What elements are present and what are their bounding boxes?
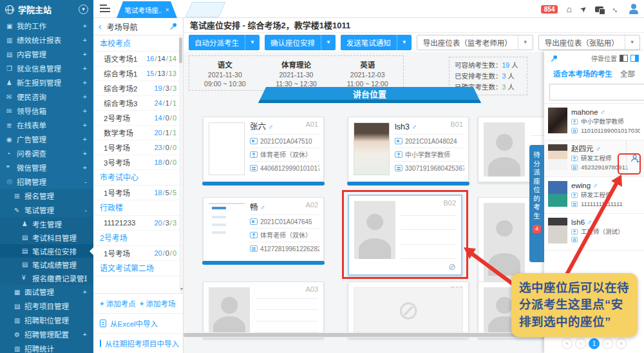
examroom-item[interactable]: 1112123320/3/3 (93, 216, 183, 231)
fullscreen-icon[interactable]: ↔ (610, 3, 621, 15)
male-icon: ♂ (596, 145, 601, 153)
candidate-search-input[interactable] (549, 84, 644, 100)
sidebar-item-survey[interactable]: ◔问卷调查+ (0, 146, 93, 160)
tab-written-exam-room[interactable]: 笔试考场座.. × (117, 1, 177, 18)
candidate-row-lsh6[interactable]: lsh6♂ 工程师（测试） (544, 214, 644, 251)
sidebar-item-candidate-mgmt[interactable]: ♟考生管理 (0, 217, 93, 231)
avatar[interactable] (629, 4, 639, 14)
dropdown-caret-icon[interactable]: ▼ (321, 35, 336, 50)
sidebar-item-signup-mgmt[interactable]: ⊞报名管理 (0, 189, 93, 203)
block-seat-icon[interactable]: ⊘ (448, 262, 456, 272)
sidebar-item-seat-arrangement[interactable]: ▤笔试座位安排 (0, 244, 93, 258)
sidebar-item-payment-records[interactable]: ¥报名缴费记录管理 (0, 271, 93, 285)
add-site-button[interactable]: +添加考点 (100, 298, 136, 309)
tab-all-candidates[interactable]: 全部 (620, 68, 635, 79)
seat-card-b03-blocked[interactable]: B03 ⊘ (348, 281, 469, 338)
page-next-button[interactable]: › (602, 338, 613, 349)
pencil-icon: ✎ (14, 207, 24, 214)
export-seats-invigilator-button[interactable]: 导出座位表（监考老师用）▼ (417, 35, 533, 50)
examroom-item[interactable]: 3号考场18/0/0 (93, 155, 183, 170)
pending-candidates-tab[interactable]: 待分派座位的考生 4 (529, 145, 544, 262)
sidebar-item-online-forms[interactable]: ≣在线表单+ (0, 118, 93, 132)
idcard-icon (395, 165, 402, 171)
stats-icon: ▥ (14, 345, 24, 352)
idcard-icon (571, 165, 578, 171)
sidebar-item-employment-info[interactable]: ❐就业信息管理+ (0, 61, 93, 75)
sidebar-item-recruit-project-mgmt[interactable]: ▤招考项目管理 (0, 299, 93, 313)
import-history-button[interactable]: 从往期招考项目中导入 (93, 334, 183, 353)
home-icon[interactable]: ⌂ (566, 5, 571, 14)
close-icon[interactable]: × (166, 6, 169, 14)
sidebar-item-interview-mgmt[interactable]: ▦面试管理+ (0, 285, 93, 299)
chevron-down-icon[interactable]: ▾ (79, 5, 88, 14)
pin-icon[interactable] (169, 22, 178, 31)
seat-card-b01[interactable]: B01 lsh3♂ 2021C01A048024 中小学数学教师 3307191… (348, 117, 469, 182)
dropdown-caret-icon[interactable]: ▼ (245, 35, 260, 50)
sidebar-item-leader-mailbox[interactable]: ✉领导信箱+ (0, 104, 93, 118)
sidebar-item-ad-mgmt[interactable]: ◉广告管理+ (0, 132, 93, 146)
examroom-item[interactable]: 2号考场14/0/0 (93, 111, 183, 126)
page-prev-button[interactable]: ‹ (575, 338, 586, 349)
sidebar-item-performance-reports[interactable]: ▥绩效统计报表+ (0, 33, 93, 47)
dock-right-icon[interactable] (630, 55, 639, 62)
export-seats-post-button[interactable]: 导出座位表（张贴用）▼ (538, 35, 640, 50)
dropdown-caret-icon[interactable]: ▼ (397, 35, 412, 50)
examroom-item[interactable]: 1号考场18/5/5 (93, 186, 183, 200)
tab-label: 笔试考场座.. (124, 5, 162, 15)
pin-icon[interactable] (549, 54, 558, 63)
job-icon (571, 156, 578, 162)
nav-scrollbar[interactable] (179, 36, 182, 293)
examroom-item[interactable]: 1号考场20/0/0 (93, 246, 183, 261)
import-excel-button[interactable]: 从Excel中导入 (93, 314, 183, 334)
dock-left-icon[interactable] (620, 55, 628, 62)
sidebar-item-convenience-consult[interactable]: ✉便民咨询+ (0, 90, 93, 104)
sidebar-item-content-mgmt[interactable]: ▤内容管理+ (0, 47, 93, 61)
candidate-row-zhaosiyuan[interactable]: 赵四元♂ 研发工程师 45232919780911 (544, 140, 644, 177)
notification-badge[interactable]: 854 (541, 5, 558, 14)
tab-fit-candidates[interactable]: 适合本考场的考生 (553, 68, 612, 79)
candidate-row-mahone[interactable]: mahone♂ 中小学数学教师 110101199001017030 (544, 104, 644, 140)
examroom-item[interactable]: 语文考场116/14/14 (93, 52, 183, 66)
seat-card-a03[interactable]: A03 (203, 281, 324, 338)
add-room-button[interactable]: +添加考场 (140, 298, 176, 309)
send-notice-button[interactable]: 发送笔试通知▼ (341, 35, 412, 50)
page-first-button[interactable]: « (562, 338, 573, 349)
auto-assign-button[interactable]: 自动分派考生▼ (189, 35, 260, 50)
messages-icon[interactable] (595, 6, 603, 12)
sidebar-item-recruit-position-mgmt[interactable]: ▥招聘职位管理 (0, 313, 93, 327)
brand-bar[interactable]: 学院主站 ▾ (0, 0, 93, 19)
collapse-menu-icon[interactable] (100, 5, 110, 13)
candidate-row-ewing[interactable]: ewing♂ 研发工程师 11111111111111 (544, 177, 644, 214)
dropdown-caret-icon[interactable]: ▼ (625, 35, 639, 50)
sidebar-item-written-exam-mgmt[interactable]: ✎笔试管理- (0, 203, 93, 217)
collapse-panel-icon[interactable]: ‹ (99, 22, 102, 31)
bar-chart-icon: ▥ (6, 37, 17, 44)
examroom-item[interactable]: 1号考场23/0/0 (93, 140, 183, 155)
sidebar-item-recruit-mgmt[interactable]: ☉招聘管理- (0, 175, 93, 189)
job-icon (250, 151, 258, 158)
male-icon: ♂ (268, 123, 273, 131)
assign-to-selected-seat-button[interactable] (626, 140, 644, 176)
sidebar-item-recruit-stats[interactable]: ▥招聘统计 (0, 341, 93, 353)
examroom-item-current[interactable]: 综合考场219/3/3 (93, 81, 183, 96)
sidebar-item-wechat-mgmt[interactable]: ❞微信管理+ (0, 160, 93, 175)
scroll-down-icon[interactable]: ▾ (180, 286, 183, 292)
send-icon[interactable]: ➤ (578, 4, 588, 14)
page-current[interactable]: 1 (589, 338, 600, 349)
examroom-item[interactable]: 综合考场115/13/13 (93, 66, 183, 81)
confirm-seats-button[interactable]: 确认座位安排▼ (265, 35, 336, 50)
sidebar-item-exam-subject-mgmt[interactable]: ▤考试科目管理 (0, 231, 93, 244)
male-icon: ♂ (587, 218, 592, 226)
page-last-button[interactable]: » (616, 338, 627, 349)
sidebar-item-freshman-registration[interactable]: ♟新生报到管理+ (0, 75, 93, 90)
seat-card-a02[interactable]: A02 畅♂ 2021C01A047645 体育老师（双休） 412728199… (203, 197, 324, 262)
examroom-item[interactable]: 综合考场324/1/1 (93, 96, 183, 111)
examroom-item[interactable]: 数学考场20/1/1 (93, 126, 183, 140)
sidebar-item-exam-score-mgmt[interactable]: ▤笔试成绩管理 (0, 258, 93, 271)
dropdown-caret-icon[interactable]: ▼ (518, 35, 533, 50)
seat-card-b02-selected[interactable]: B02 ⊘ (348, 195, 462, 276)
seat-card-a01[interactable]: A01 张六♂ 2021C01A047510 体育老师（双休） 44068129… (203, 117, 324, 182)
horizontal-scrollbar[interactable] (184, 332, 544, 338)
sidebar-item-my-work[interactable]: ▣我的工作+ (0, 19, 93, 33)
sidebar-item-recruit-config[interactable]: ⚙招聘管理配置+ (0, 327, 93, 341)
